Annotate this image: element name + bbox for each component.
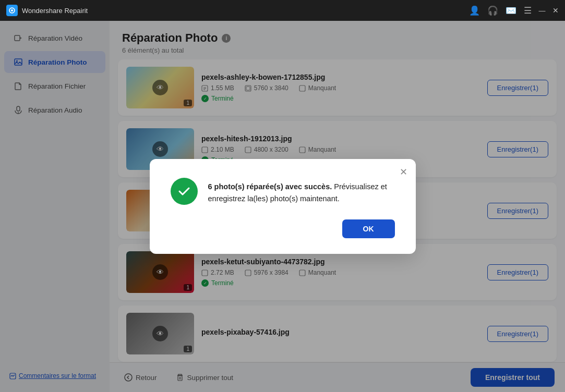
- modal-message-bold: 6 photo(s) réparée(s) avec succès.: [208, 182, 332, 191]
- close-button[interactable]: ✕: [552, 7, 559, 14]
- title-bar: Wondershare Repairit 👤 🎧 ✉️ ☰ — ✕: [0, 0, 565, 21]
- modal-body: 6 photo(s) réparée(s) avec succès. Prévi…: [171, 178, 395, 205]
- minimize-button[interactable]: —: [539, 7, 545, 14]
- ok-button[interactable]: OK: [342, 219, 395, 238]
- modal-text: 6 photo(s) réparée(s) avec succès. Prévi…: [208, 178, 395, 205]
- user-icon[interactable]: 👤: [469, 5, 480, 16]
- modal-overlay: ✕ 6 photo(s) réparée(s) avec succès. Pré…: [0, 21, 565, 392]
- modal-close-button[interactable]: ✕: [400, 166, 407, 178]
- window-controls: 👤 🎧 ✉️ ☰ — ✕: [469, 5, 559, 16]
- modal-footer: OK: [171, 219, 395, 238]
- success-icon: [171, 178, 198, 205]
- app-logo: [6, 5, 18, 16]
- app-name: Wondershare Repairit: [22, 7, 469, 15]
- modal-dialog: ✕ 6 photo(s) réparée(s) avec succès. Pré…: [150, 159, 416, 254]
- mail-icon[interactable]: ✉️: [506, 5, 516, 16]
- menu-icon[interactable]: ☰: [524, 5, 532, 16]
- headset-icon[interactable]: 🎧: [487, 5, 498, 16]
- svg-point-1: [11, 9, 13, 11]
